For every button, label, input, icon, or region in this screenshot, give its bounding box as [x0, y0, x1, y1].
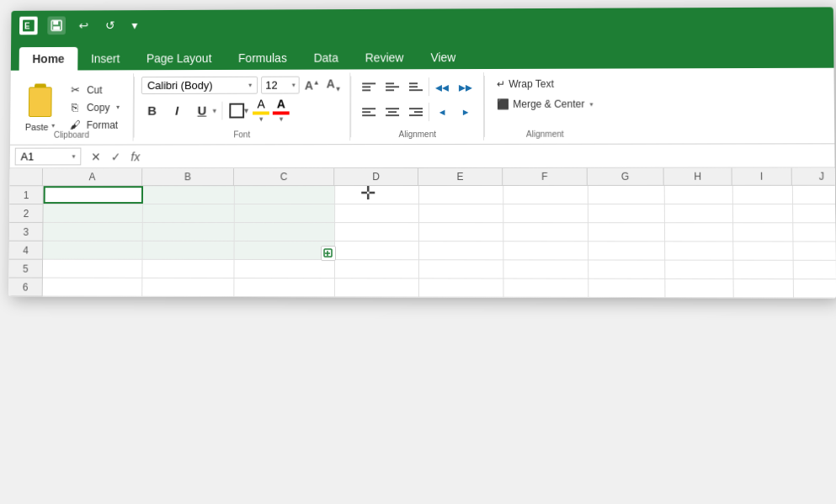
paste-button[interactable]: Paste ▾ [19, 80, 60, 135]
cell-e3[interactable] [419, 223, 503, 241]
cell-f1[interactable] [503, 186, 588, 204]
col-header-j[interactable]: J [791, 168, 835, 185]
col-header-i[interactable]: I [732, 168, 791, 185]
cell-c6[interactable] [234, 279, 335, 296]
cell-i5[interactable] [733, 261, 793, 279]
copy-button[interactable]: ⎘ Copy ▾ [65, 99, 123, 115]
tab-home[interactable]: Home [19, 47, 77, 71]
col-header-e[interactable]: E [418, 168, 503, 185]
indent-decrease-button[interactable]: ◂◂ [431, 76, 453, 98]
name-box[interactable]: A1 ▾ [14, 148, 81, 166]
cell-i2[interactable] [732, 204, 792, 222]
cell-a5[interactable] [42, 260, 142, 278]
tab-formulas[interactable]: Formulas [225, 46, 301, 70]
align-middle-button[interactable] [381, 76, 403, 98]
col-header-c[interactable]: C [233, 168, 333, 185]
cell-a4[interactable] [43, 241, 143, 259]
increase-indent-button[interactable]: ► [455, 101, 477, 123]
cut-button[interactable]: ✂ Cut [65, 82, 123, 98]
row-header-4[interactable]: 4 [8, 241, 42, 260]
font-size-decrease-button[interactable]: A▼ [324, 77, 343, 94]
cell-f5[interactable] [503, 260, 588, 278]
cell-c1[interactable] [234, 186, 334, 204]
cell-f2[interactable] [503, 204, 588, 222]
cell-j5[interactable] [793, 261, 835, 279]
align-center-button[interactable] [381, 101, 403, 123]
underline-dropdown-arrow[interactable]: ▾ [212, 106, 216, 114]
cell-a2[interactable] [43, 204, 142, 222]
bold-button[interactable]: B [141, 99, 162, 121]
quick-fill-button[interactable] [321, 246, 336, 261]
formula-input[interactable] [143, 147, 829, 164]
cell-c2[interactable] [234, 204, 334, 222]
paste-dropdown-arrow[interactable]: ▾ [51, 122, 55, 130]
font-size-increase-button[interactable]: A▲ [302, 77, 321, 93]
cell-d3[interactable] [335, 223, 419, 241]
cell-e2[interactable] [419, 204, 503, 222]
cell-b1[interactable] [142, 186, 234, 204]
col-header-b[interactable]: B [142, 168, 234, 185]
cell-h1[interactable] [664, 186, 732, 204]
cell-h6[interactable] [665, 279, 733, 297]
align-top-button[interactable] [358, 76, 380, 98]
align-right-button[interactable] [405, 101, 427, 123]
decrease-indent-button[interactable]: ◄ [431, 101, 453, 123]
cell-g3[interactable] [588, 223, 664, 241]
fill-color-button[interactable]: A ▾ [253, 98, 269, 124]
underline-button[interactable]: U [190, 99, 212, 121]
indent-increase-button[interactable]: ▸▸ [455, 76, 477, 98]
copy-dropdown-arrow[interactable]: ▾ [116, 103, 120, 111]
cell-e5[interactable] [419, 260, 503, 278]
col-header-a[interactable]: A [42, 168, 141, 185]
cell-c5[interactable] [234, 260, 335, 278]
cell-e1[interactable] [419, 186, 503, 204]
confirm-formula-button[interactable]: ✓ [107, 150, 124, 163]
borders-button[interactable]: ▾ [227, 99, 249, 121]
font-size-select[interactable]: 12 ▾ [261, 77, 300, 94]
font-family-select[interactable]: Calibri (Body) ▾ [141, 77, 257, 94]
merge-dropdown-arrow[interactable]: ▾ [589, 100, 593, 108]
row-header-6[interactable]: 6 [8, 279, 42, 297]
col-header-h[interactable]: H [663, 168, 732, 185]
cell-h3[interactable] [664, 223, 732, 241]
cell-g2[interactable] [588, 204, 664, 222]
font-size-dropdown-arrow[interactable]: ▾ [291, 82, 295, 89]
redo-button[interactable]: ↺ [102, 17, 119, 34]
row-header-5[interactable]: 5 [8, 260, 42, 279]
cell-a3[interactable] [43, 223, 143, 241]
row-header-2[interactable]: 2 [9, 204, 43, 223]
font-color-dropdown-arrow[interactable]: ▾ [279, 114, 283, 123]
align-left-button[interactable] [358, 101, 380, 123]
col-header-d[interactable]: D [334, 168, 418, 185]
cell-b6[interactable] [142, 279, 234, 296]
merge-center-button[interactable]: ⬛ Merge & Center ▾ [492, 96, 598, 113]
wrap-text-button[interactable]: ↵ Wrap Text [492, 76, 559, 93]
cell-j3[interactable] [793, 223, 836, 241]
cell-j1[interactable] [792, 186, 835, 204]
cell-c3[interactable] [234, 223, 334, 241]
cell-e6[interactable] [419, 279, 503, 296]
col-header-f[interactable]: F [503, 168, 588, 185]
cell-b5[interactable] [142, 260, 234, 278]
cell-f3[interactable] [503, 223, 588, 241]
font-family-dropdown-arrow[interactable]: ▾ [248, 82, 252, 89]
borders-dropdown-arrow[interactable]: ▾ [243, 106, 248, 114]
cell-j6[interactable] [793, 279, 835, 297]
cell-d1[interactable]: ✛ [335, 186, 419, 204]
cell-h2[interactable] [664, 204, 732, 222]
cancel-formula-button[interactable]: ✕ [88, 150, 104, 163]
fill-color-dropdown-arrow[interactable]: ▾ [258, 114, 263, 123]
cell-g4[interactable] [588, 241, 665, 259]
row-header-1[interactable]: 1 [9, 186, 42, 204]
undo-button[interactable]: ↩ [75, 17, 92, 34]
tab-insert[interactable]: Insert [77, 47, 133, 71]
cell-d5[interactable] [334, 260, 418, 278]
cell-g6[interactable] [588, 279, 665, 297]
cell-b2[interactable] [142, 204, 234, 222]
cell-c4[interactable] [234, 241, 335, 259]
cell-i6[interactable] [733, 279, 793, 297]
cell-h4[interactable] [665, 241, 733, 259]
tab-data[interactable]: Data [300, 46, 351, 70]
cell-h5[interactable] [665, 261, 733, 279]
cell-i3[interactable] [733, 223, 793, 241]
